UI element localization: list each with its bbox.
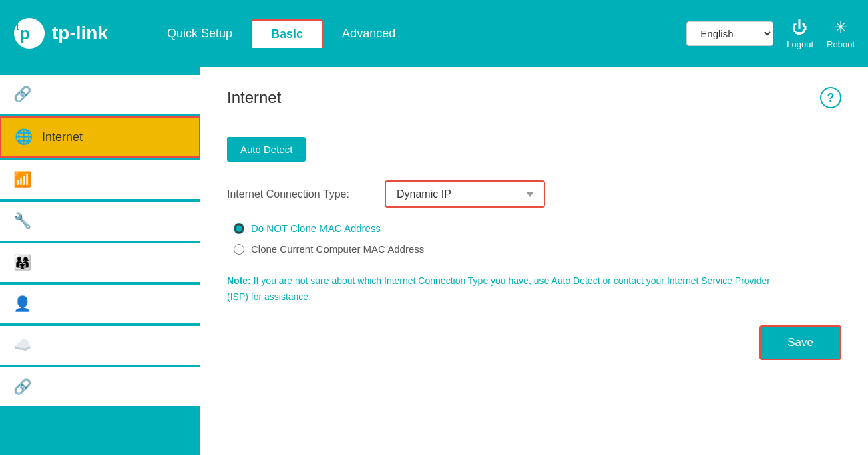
logout-icon: ⏻ [792,18,808,37]
sidebar-item-internet[interactable]: 🌐 Internet [0,116,200,158]
tp-link-cloud-icon: ☁️ [13,337,31,354]
sidebar-item-usb-settings[interactable]: 🔧 USB Settings [0,202,200,241]
sidebar-item-label-parental-controls: Parental Controls [41,256,134,270]
internet-icon: 🌐 [15,128,33,146]
usb-settings-icon: 🔧 [13,212,31,230]
wireless-icon: 📶 [13,171,31,188]
clone-current-mac-input[interactable] [234,244,244,255]
sidebar-item-label-guest-network: Guest Network [41,297,120,311]
sidebar-item-label-wireless: Wireless [41,173,87,187]
auto-detect-button[interactable]: Auto Detect [227,137,306,162]
sidebar-item-label-onemesh: OneMesh [41,380,93,394]
language-select[interactable]: English Chinese Spanish French German [686,21,773,46]
onemesh-icon: 🔗 [13,378,31,396]
logout-label: Logout [787,39,813,49]
guest-network-icon: 👤 [13,295,31,313]
connection-type-label: Internet Connection Type: [227,188,374,200]
tab-advanced[interactable]: Advanced [323,20,414,47]
page-title: Internet [227,88,281,107]
tp-link-logo-icon: p t [13,17,45,49]
sidebar-item-onemesh[interactable]: 🔗 OneMesh [0,367,200,406]
logout-button[interactable]: ⏻ Logout [787,18,813,49]
connection-type-select[interactable]: Dynamic IP Static IP PPPoE L2TP PPTP [385,180,545,208]
sidebar-item-network-map[interactable]: 🔗 Network Map [0,75,200,114]
sidebar-item-label-network-map: Network Map [41,88,112,102]
clone-current-mac-label: Clone Current Computer MAC Address [251,243,424,255]
mac-address-options: Do NOT Clone MAC Address Clone Current C… [234,222,841,255]
sidebar-item-wireless[interactable]: 📶 Wireless [0,160,200,199]
sidebar-item-label-usb-settings: USB Settings [41,214,112,229]
header: p t tp-link Quick Setup Basic Advanced E… [0,0,868,67]
connection-type-row: Internet Connection Type: Dynamic IP Sta… [227,180,841,208]
svg-text:p: p [20,24,30,43]
note-prefix: Note: [227,275,251,286]
svg-text:t: t [16,21,19,32]
sidebar-item-label-internet: Internet [42,130,83,144]
sidebar-item-parental-controls[interactable]: 👨‍👩‍👧 Parental Controls [0,243,200,282]
save-btn-container: Save [227,325,841,360]
note-section: Note: If you are not sure about which In… [227,273,775,305]
help-button[interactable]: ? [820,87,841,108]
sidebar-item-label-tp-link-cloud: TP-Link Cloud [41,339,117,353]
network-map-icon: 🔗 [13,86,31,103]
sidebar-item-tp-link-cloud[interactable]: ☁️ TP-Link Cloud [0,326,200,365]
save-button[interactable]: Save [759,325,841,360]
content-area: Internet ? Auto Detect Internet Connecti… [200,67,868,455]
do-not-clone-mac-label: Do NOT Clone MAC Address [251,222,381,234]
logo-text: tp-link [52,23,108,44]
logo: p t tp-link [13,17,108,49]
nav-tabs: Quick Setup Basic Advanced [148,19,686,48]
sidebar: 🔗 Network Map 🌐 Internet 📶 Wireless 🔧 US… [0,67,200,455]
main: 🔗 Network Map 🌐 Internet 📶 Wireless 🔧 US… [0,67,868,455]
clone-current-mac-radio[interactable]: Clone Current Computer MAC Address [234,243,841,255]
do-not-clone-mac-radio[interactable]: Do NOT Clone MAC Address [234,222,841,234]
reboot-label: Reboot [827,39,855,49]
note-text: If you are not sure about which Internet… [227,275,770,302]
do-not-clone-mac-input[interactable] [234,223,244,234]
content-header: Internet ? [227,87,841,118]
tab-basic[interactable]: Basic [251,19,323,48]
reboot-button[interactable]: ✳ Reboot [827,18,855,49]
header-right: English Chinese Spanish French German ⏻ … [686,18,855,49]
tab-quick-setup[interactable]: Quick Setup [148,20,251,47]
parental-controls-icon: 👨‍👩‍👧 [13,254,31,271]
reboot-icon: ✳ [834,18,847,37]
sidebar-item-guest-network[interactable]: 👤 Guest Network [0,285,200,323]
